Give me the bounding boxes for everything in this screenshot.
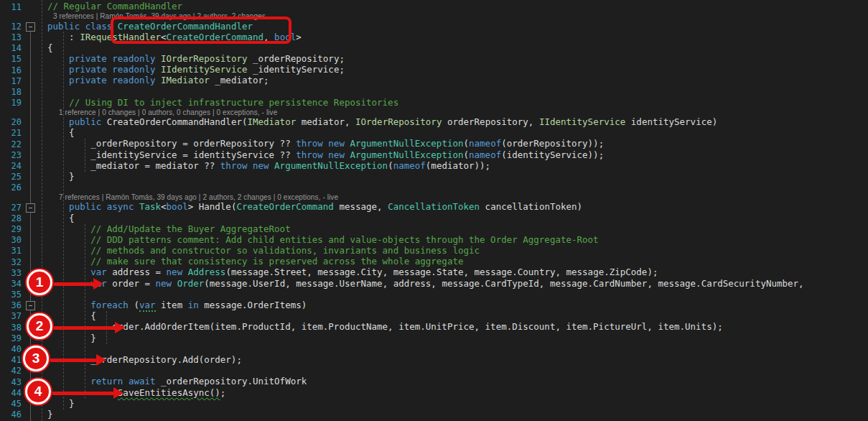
token: _identityService; bbox=[247, 64, 344, 75]
token: throw new bbox=[220, 160, 274, 171]
token: CreateOrderCommandHandler bbox=[118, 21, 253, 32]
token: item bbox=[156, 300, 188, 310]
code-line-37: 37 { bbox=[0, 311, 868, 322]
code-line-11: 11// Regular CommandHandler bbox=[0, 1, 868, 12]
codelens-text[interactable]: 3 references | Ramón Tomás, 39 days ago … bbox=[47, 13, 266, 20]
token: < bbox=[161, 201, 167, 212]
fold-margin bbox=[22, 410, 40, 420]
token: : bbox=[47, 32, 80, 42]
fold-margin: − bbox=[22, 21, 40, 32]
token: (orderRepository)); bbox=[501, 138, 604, 149]
token: var bbox=[47, 267, 107, 277]
codelens-text[interactable]: 1 reference | 0 changes | 0 authors, 0 c… bbox=[47, 109, 277, 116]
fold-margin bbox=[22, 333, 40, 343]
fold-margin: − bbox=[22, 300, 40, 311]
code-line-25: 25 } bbox=[0, 172, 868, 182]
line-number: 34 bbox=[0, 279, 22, 288]
code-line-13: 13 : IRequestHandler<CreateOrderCommand,… bbox=[0, 32, 868, 42]
token: IMediator bbox=[247, 116, 296, 127]
fold-margin bbox=[22, 149, 40, 160]
fold-margin bbox=[22, 213, 40, 223]
token: < bbox=[161, 32, 167, 42]
fold-margin bbox=[22, 128, 40, 139]
code-editor[interactable]: 11// Regular CommandHandler3 references … bbox=[0, 0, 868, 421]
line-number: 24 bbox=[0, 162, 22, 170]
codelens-text[interactable]: 7 references | Ramón Tomás, 39 days ago … bbox=[47, 194, 338, 201]
line-number: 44 bbox=[0, 389, 22, 397]
code-text: } bbox=[47, 410, 53, 420]
code-text: { bbox=[47, 44, 53, 53]
line-number: 21 bbox=[0, 129, 22, 137]
token: address = bbox=[107, 267, 167, 277]
code-text: } bbox=[47, 334, 96, 343]
fold-margin bbox=[22, 278, 40, 289]
token: CreateOrderCommand bbox=[167, 32, 263, 42]
token: _orderRepository.Add(order); bbox=[47, 354, 242, 365]
token: IOrderRepository bbox=[355, 116, 442, 127]
code-line-44: 44 .SaveEntitiesAsync(); bbox=[0, 387, 868, 398]
code-text: { bbox=[47, 129, 75, 138]
token: ArgumentNullException bbox=[350, 149, 463, 160]
fold-margin: − bbox=[22, 202, 40, 213]
fold-toggle-icon[interactable]: − bbox=[26, 22, 35, 32]
token: var bbox=[139, 300, 156, 312]
code-text: public async Task<bool> Handle(CreateOrd… bbox=[47, 203, 582, 212]
token: Task bbox=[139, 201, 161, 212]
line-number: 41 bbox=[0, 356, 22, 364]
fold-margin bbox=[22, 43, 40, 54]
token: bool bbox=[274, 32, 296, 42]
token: Address bbox=[188, 267, 226, 277]
line-number: 29 bbox=[0, 225, 22, 233]
code-line-34: 34 var order = new Order(message.UserId,… bbox=[0, 278, 868, 289]
token: return await bbox=[47, 376, 156, 387]
fold-margin bbox=[22, 75, 40, 86]
token: in bbox=[188, 300, 199, 310]
code-area[interactable]: 11// Regular CommandHandler3 references … bbox=[0, 0, 868, 421]
line-number: 45 bbox=[0, 399, 22, 408]
token: CancellationToken bbox=[388, 201, 480, 212]
token: // Using DI to inject infrastructure per… bbox=[47, 97, 398, 108]
line-number: 36 bbox=[0, 301, 22, 310]
code-text: order.AddOrderItem(item.ProductId, item.… bbox=[47, 323, 723, 332]
code-line-33: 33 var address = new Address(message.Str… bbox=[0, 267, 868, 278]
fold-margin bbox=[22, 235, 40, 246]
code-text: return await _orderRepository.UnitOfWork bbox=[47, 377, 307, 387]
line-number: 42 bbox=[0, 366, 22, 375]
line-number: 33 bbox=[0, 269, 22, 277]
line-number: 13 bbox=[0, 33, 22, 42]
token: CreateOrderCommandHandler( bbox=[107, 116, 248, 127]
code-line-32: 32 // make sure that consistency is pres… bbox=[0, 256, 868, 267]
token: // Regular CommandHandler bbox=[47, 1, 182, 11]
token: new bbox=[156, 278, 177, 289]
codelens-row: 1 reference | 0 changes | 0 authors, 0 c… bbox=[0, 108, 868, 117]
line-number: 32 bbox=[0, 258, 22, 267]
fold-margin bbox=[22, 343, 40, 354]
fold-toggle-icon[interactable]: − bbox=[26, 301, 35, 310]
code-line-45: 45 } bbox=[0, 398, 868, 409]
code-line-46: 46} bbox=[0, 410, 868, 420]
code-text: var address = new Address(message.Street… bbox=[47, 268, 658, 277]
token: new bbox=[167, 267, 188, 277]
token: ( bbox=[464, 149, 470, 160]
token: identityService) bbox=[625, 116, 717, 127]
token: ( bbox=[464, 138, 470, 149]
code-text: private readonly IMediator _mediator; bbox=[47, 76, 269, 85]
token: foreach bbox=[47, 300, 129, 310]
fold-toggle-icon[interactable]: − bbox=[26, 203, 35, 213]
token: message.OrderItems) bbox=[199, 300, 307, 310]
token: public class bbox=[47, 21, 118, 32]
token: _mediator; bbox=[210, 75, 269, 85]
token: nameof bbox=[469, 149, 501, 160]
token: IIdentityService bbox=[539, 116, 625, 127]
token: IOrderRepository bbox=[161, 53, 247, 64]
outline-scope-line bbox=[30, 26, 31, 421]
token: throw new bbox=[296, 149, 350, 160]
line-number: 15 bbox=[0, 55, 22, 63]
code-text: } bbox=[47, 399, 75, 409]
token: message, bbox=[334, 201, 388, 212]
line-number: 35 bbox=[0, 290, 22, 299]
fold-margin bbox=[22, 355, 40, 366]
code-line-42: 42 bbox=[0, 366, 868, 376]
token: (identityService)); bbox=[501, 149, 604, 160]
line-number: 28 bbox=[0, 214, 22, 223]
